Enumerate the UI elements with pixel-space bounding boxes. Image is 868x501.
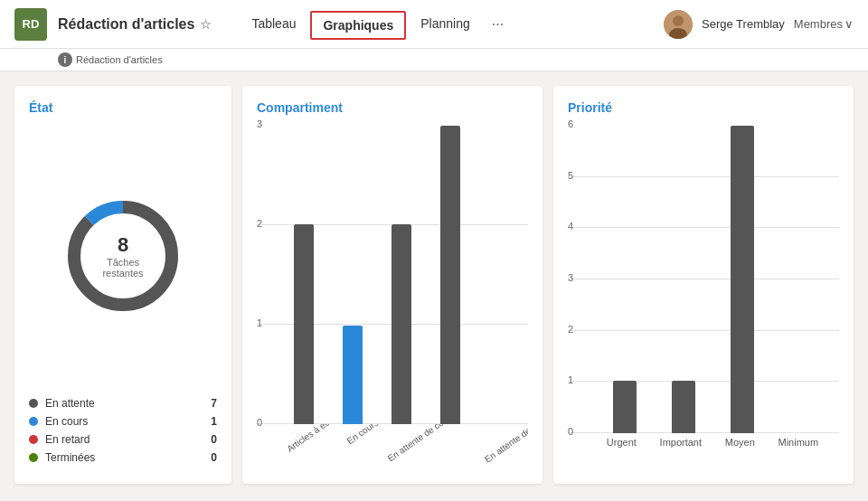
legend-dot-encours [29,417,38,426]
project-name: Rédaction d'articles [58,16,194,33]
compartiment-xlabels: Articles à écrire En cours En attente de… [275,424,528,469]
bar-encours-rect [343,326,363,424]
membres-chevron: ∨ [844,17,854,31]
bar-correction-rect [392,224,411,424]
priorite-chart-area: 6 5 4 3 2 1 0 [568,126,839,469]
bar-urgent-rect [613,381,637,433]
nav-tableau[interactable]: Tableau [241,0,307,49]
y-label-0: 0 [257,417,262,428]
xlabel-publication: En attente de publication [483,424,528,465]
legend-item-encours: En cours 1 [29,415,217,428]
legend-dot-terminees [29,453,38,462]
p-y-label-2: 2 [568,324,573,335]
xlabel-moyen: Moyen [725,437,755,448]
bar-important-rect [672,381,695,433]
svg-point-1 [673,15,684,26]
p-y-label-4: 4 [568,221,573,232]
legend: En attente 7 En cours 1 En retard 0 Term… [29,397,217,469]
p-y-label-3: 3 [568,272,573,283]
header: RD Rédaction d'articles ☆ Tableau Graphi… [0,0,868,49]
bar-moyen [731,126,754,433]
donut-container: 8 Tâches restantes [29,126,217,386]
user-avatar [664,10,693,39]
header-nav: Tableau Graphiques Planning ··· [241,0,653,49]
legend-dot-attente [29,399,38,408]
bar-publie [489,126,509,424]
membres-label: Membres [794,17,843,31]
p-y-label-1: 1 [568,374,573,385]
main-content: État 8 Tâches restantes E [0,71,868,498]
header-title-block: Rédaction d'articles ☆ [58,16,212,33]
compartiment-bars [275,126,528,424]
legend-value-retard: 0 [211,433,217,446]
xlabel-urgent: Urgent [607,437,637,448]
user-name: Serge Tremblay [702,17,785,31]
bar-publication [440,126,460,424]
xlabel-minimum: Minimum [778,437,818,448]
xlabel-important: Important [660,437,702,448]
xlabel-encours: En cours [344,424,380,446]
donut-center: 8 Tâches restantes [91,233,155,279]
y-label-3: 3 [257,118,262,129]
compartiment-card: Compartiment 3 2 1 0 [242,86,542,484]
bar-important [672,126,695,433]
project-avatar: RD [14,8,47,41]
p-y-label-0: 0 [568,426,573,437]
info-text: Rédaction d'articles [76,54,163,65]
bar-publication-rect [440,126,460,424]
legend-dot-retard [29,435,38,444]
legend-item-attente: En attente 7 [29,397,217,410]
y-label-2: 2 [257,218,262,229]
donut-chart: 8 Tâches restantes [60,193,186,319]
priorite-xlabels: Urgent Important Moyen Minimum [586,433,839,469]
bar-moyen-rect [731,126,754,433]
etat-card: État 8 Tâches restantes E [14,86,231,484]
membres-button[interactable]: Membres ∨ [794,17,854,31]
header-right: Serge Tremblay Membres ∨ [664,10,854,39]
legend-value-terminees: 0 [211,451,217,464]
task-label: Tâches restantes [91,257,155,279]
legend-label-encours: En cours [45,415,203,428]
favorite-star[interactable]: ☆ [200,17,212,32]
compartiment-chart-area: 3 2 1 0 [257,126,528,469]
bar-articles-rect [294,224,314,424]
p-y-label-6: 6 [568,118,573,129]
header-title: Rédaction d'articles ☆ [58,16,212,33]
compartiment-title: Compartiment [257,100,528,115]
bar-minimum [789,126,813,433]
info-bar: i Rédaction d'articles [0,49,868,71]
nav-planning[interactable]: Planning [410,0,481,49]
legend-value-attente: 7 [211,397,217,410]
nav-more[interactable]: ··· [485,11,511,38]
legend-item-retard: En retard 0 [29,433,217,446]
priorite-title: Priorité [568,100,839,115]
priorite-bars [586,126,839,433]
task-count: 8 [91,233,155,257]
p-y-label-5: 5 [568,170,573,181]
nav-graphiques[interactable]: Graphiques [310,11,406,40]
legend-label-attente: En attente [45,397,203,410]
bar-encours [343,126,363,424]
xlabel-articles: Articles à écrire [285,424,342,454]
bar-urgent [613,126,637,433]
legend-value-encours: 1 [211,415,217,428]
bar-correction [392,126,411,424]
etat-title: État [29,100,217,115]
legend-label-retard: En retard [45,433,203,446]
legend-label-terminees: Terminées [45,451,203,464]
priorite-card: Priorité 6 5 4 3 2 1 [553,86,854,484]
y-label-1: 1 [257,317,262,328]
info-icon: i [58,52,72,67]
xlabel-correction: En attente de correction [386,424,470,463]
bar-articles [294,126,314,424]
legend-item-terminees: Terminées 0 [29,451,217,464]
